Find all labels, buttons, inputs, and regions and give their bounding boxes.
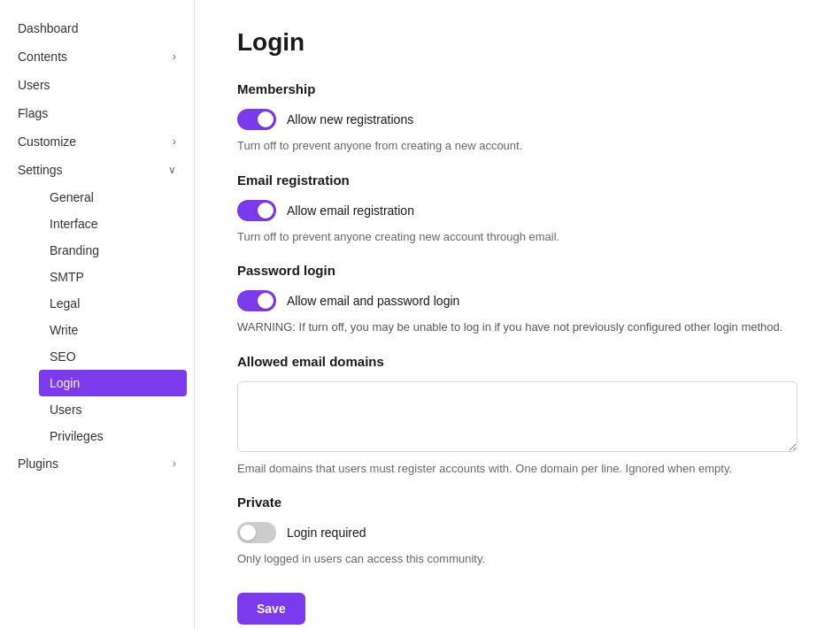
allow-password-toggle[interactable] bbox=[237, 290, 276, 311]
sidebar-item-plugins[interactable]: Plugins › bbox=[0, 449, 194, 478]
sidebar-item-users-top[interactable]: Users bbox=[0, 71, 194, 99]
sidebar-item-login[interactable]: Login bbox=[39, 370, 187, 396]
sidebar-item-general[interactable]: General bbox=[32, 184, 194, 211]
sidebar-item-users-sub[interactable]: Users bbox=[32, 396, 194, 423]
email-registration-section: Email registration Allow email registrat… bbox=[237, 173, 798, 246]
sidebar-item-label: Contents bbox=[18, 50, 67, 64]
allow-registrations-toggle[interactable] bbox=[237, 109, 276, 130]
sidebar-item-seo[interactable]: SEO bbox=[32, 343, 194, 370]
main-content: Login Membership Allow new registrations… bbox=[195, 0, 840, 629]
password-login-section: Password login Allow email and password … bbox=[237, 263, 798, 336]
sidebar-item-label: Settings bbox=[18, 163, 63, 177]
private-title: Private bbox=[237, 495, 798, 510]
sidebar-item-privileges[interactable]: Privileges bbox=[32, 423, 194, 449]
toggle-track[interactable] bbox=[237, 109, 276, 130]
private-section: Private Login required Only logged in us… bbox=[237, 495, 798, 568]
allow-password-desc: WARNING: If turn off, you may be unable … bbox=[237, 318, 798, 336]
membership-title: Membership bbox=[237, 81, 798, 96]
allowed-domains-section: Allowed email domains Email domains that… bbox=[237, 354, 798, 478]
login-required-row: Login required bbox=[237, 522, 798, 543]
sidebar-item-label: Interface bbox=[50, 217, 97, 231]
allow-password-row: Allow email and password login bbox=[237, 290, 798, 311]
sidebar-item-label: Privileges bbox=[50, 429, 104, 443]
chevron-right-icon: › bbox=[173, 135, 176, 148]
allow-registrations-desc: Turn off to prevent anyone from creating… bbox=[237, 137, 798, 155]
allow-registrations-label: Allow new registrations bbox=[287, 112, 413, 127]
sidebar-item-label: Flags bbox=[18, 106, 48, 120]
chevron-right-icon: › bbox=[173, 457, 176, 470]
sidebar-item-write[interactable]: Write bbox=[32, 317, 194, 343]
sidebar-item-legal[interactable]: Legal bbox=[32, 290, 194, 317]
login-required-desc: Only logged in users can access this com… bbox=[237, 550, 798, 568]
sidebar-item-label: Customize bbox=[18, 134, 76, 149]
sidebar-item-branding[interactable]: Branding bbox=[32, 237, 194, 264]
toggle-thumb bbox=[240, 525, 256, 541]
sidebar-item-label: Write bbox=[50, 323, 78, 337]
sidebar-item-label: SEO bbox=[50, 349, 76, 364]
chevron-right-icon: › bbox=[173, 50, 176, 63]
allow-email-label: Allow email registration bbox=[287, 203, 414, 218]
toggle-thumb bbox=[258, 111, 274, 127]
allow-password-label: Allow email and password login bbox=[287, 294, 459, 308]
sidebar-item-flags[interactable]: Flags bbox=[0, 99, 194, 127]
login-required-label: Login required bbox=[287, 525, 366, 540]
sidebar-item-customize[interactable]: Customize › bbox=[0, 127, 194, 156]
sidebar: Dashboard Contents › Users Flags Customi… bbox=[0, 0, 195, 629]
sidebar-item-label: Legal bbox=[50, 296, 80, 311]
chevron-down-icon: ∨ bbox=[168, 164, 176, 176]
login-required-toggle[interactable] bbox=[237, 522, 276, 543]
sidebar-item-label: SMTP bbox=[50, 270, 84, 284]
sidebar-item-interface[interactable]: Interface bbox=[32, 211, 194, 237]
allow-email-desc: Turn off to prevent anyone creating new … bbox=[237, 228, 798, 246]
toggle-track[interactable] bbox=[237, 522, 276, 543]
sidebar-item-contents[interactable]: Contents › bbox=[0, 42, 194, 71]
sidebar-item-label: Users bbox=[50, 403, 82, 417]
sidebar-item-smtp[interactable]: SMTP bbox=[32, 264, 194, 290]
toggle-track[interactable] bbox=[237, 200, 276, 221]
sidebar-item-label: Dashboard bbox=[18, 21, 79, 35]
save-button[interactable]: Save bbox=[237, 593, 305, 625]
toggle-thumb bbox=[258, 293, 274, 309]
password-login-title: Password login bbox=[237, 263, 798, 278]
allowed-domains-title: Allowed email domains bbox=[237, 354, 798, 369]
sidebar-item-label: Plugins bbox=[18, 456, 58, 471]
sidebar-item-label: Login bbox=[50, 376, 80, 390]
allowed-domains-input[interactable] bbox=[237, 381, 798, 452]
membership-section: Membership Allow new registrations Turn … bbox=[237, 81, 798, 155]
sidebar-item-label: General bbox=[50, 190, 94, 204]
settings-subnav: General Interface Branding SMTP Legal Wr… bbox=[0, 184, 194, 449]
toggle-thumb bbox=[258, 203, 274, 219]
allow-email-row: Allow email registration bbox=[237, 200, 798, 221]
allowed-domains-desc: Email domains that users must register a… bbox=[237, 460, 798, 478]
allow-email-toggle[interactable] bbox=[237, 200, 276, 221]
sidebar-item-dashboard[interactable]: Dashboard bbox=[0, 14, 194, 42]
sidebar-item-label: Users bbox=[18, 78, 50, 92]
allow-registrations-row: Allow new registrations bbox=[237, 109, 798, 130]
sidebar-item-label: Branding bbox=[50, 243, 99, 257]
page-title: Login bbox=[237, 28, 798, 57]
email-registration-title: Email registration bbox=[237, 173, 798, 188]
sidebar-item-settings[interactable]: Settings ∨ bbox=[0, 156, 194, 184]
toggle-track[interactable] bbox=[237, 290, 276, 311]
